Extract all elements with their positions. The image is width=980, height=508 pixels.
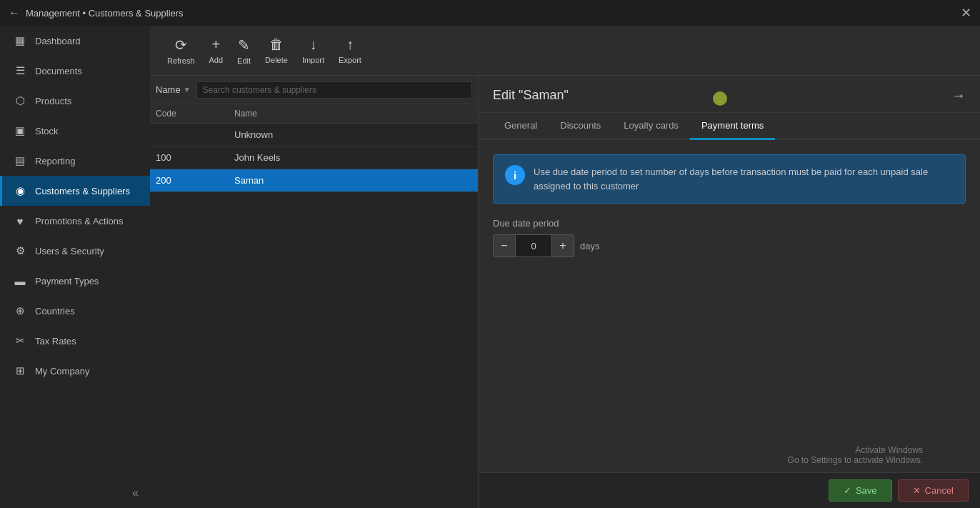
refresh-toolbar-button[interactable]: ⟳Refresh	[161, 34, 201, 68]
edit-panel: Edit "Saman" → GeneralDiscountsLoyalty c…	[479, 76, 980, 508]
cancel-button[interactable]: ✕ Cancel	[898, 479, 969, 502]
split-panel: Name ▼ Code Name Unknown100John Keels200…	[150, 76, 980, 508]
row-code	[156, 129, 234, 140]
list-header: Name ▼	[150, 76, 478, 104]
row-name: Unknown	[234, 129, 472, 140]
due-date-label: Due date period	[493, 218, 966, 229]
decrement-button[interactable]: −	[493, 234, 516, 257]
list-panel: Name ▼ Code Name Unknown100John Keels200…	[150, 76, 479, 508]
table-row[interactable]: 100John Keels	[150, 146, 478, 169]
stock-icon: ▣	[14, 124, 26, 137]
dropdown-icon[interactable]: ▼	[184, 86, 191, 94]
content-area: ⟳Refresh+Add✎Edit🗑Delete↓Import↑Export N…	[150, 26, 980, 508]
row-code: 200	[156, 175, 234, 186]
sidebar-item-customers-suppliers[interactable]: ◉Customers & Suppliers	[0, 176, 150, 206]
titlebar: ← Management • Customers & Suppliers ✕	[0, 0, 980, 26]
tabs: GeneralDiscountsLoyalty cardsPayment ter…	[479, 113, 980, 140]
due-date-input[interactable]	[516, 234, 551, 257]
products-icon: ⬡	[14, 94, 26, 107]
close-icon[interactable]: ✕	[961, 5, 971, 21]
sidebar-label-dashboard: Dashboard	[35, 36, 81, 46]
refresh-toolbar-label: Refresh	[167, 56, 195, 65]
edit-content: i Use due date period to set number of d…	[479, 140, 980, 472]
payment-types-icon: ▬	[14, 274, 26, 287]
add-toolbar-button[interactable]: +Add	[204, 34, 229, 68]
my-company-icon: ⊞	[14, 364, 26, 377]
save-button[interactable]: ✓ Save	[829, 479, 892, 502]
refresh-toolbar-icon: ⟳	[175, 36, 187, 54]
sidebar-label-stock: Stock	[35, 126, 59, 136]
main-layout: ▦Dashboard☰Documents⬡Products▣Stock▤Repo…	[0, 26, 980, 508]
sidebar-item-dashboard[interactable]: ▦Dashboard	[0, 26, 150, 56]
sidebar-label-tax-rates: Tax Rates	[35, 336, 76, 347]
tab-loyalty-cards[interactable]: Loyalty cards	[612, 113, 690, 140]
sidebar-label-countries: Countries	[35, 306, 75, 317]
cancel-label: Cancel	[925, 485, 954, 496]
edit-title: Edit "Saman"	[493, 88, 569, 103]
due-date-unit: days	[580, 241, 599, 251]
sidebar-item-reporting[interactable]: ▤Reporting	[0, 146, 150, 176]
sidebar-label-promotions: Promotions & Actions	[35, 216, 124, 226]
sidebar-collapse-button[interactable]: «	[0, 478, 150, 508]
due-date-stepper: − + days	[493, 234, 966, 257]
delete-toolbar-label: Delete	[265, 56, 288, 64]
export-toolbar-button[interactable]: ↑Export	[333, 34, 367, 68]
edit-header: Edit "Saman" →	[479, 76, 980, 113]
sidebar: ▦Dashboard☰Documents⬡Products▣Stock▤Repo…	[0, 26, 150, 508]
sidebar-item-users-security[interactable]: ⚙Users & Security	[0, 236, 150, 266]
increment-button[interactable]: +	[551, 234, 574, 257]
sidebar-label-products: Products	[35, 96, 71, 106]
delete-toolbar-icon: 🗑	[269, 36, 284, 53]
tab-discounts[interactable]: Discounts	[549, 113, 612, 140]
sidebar-item-tax-rates[interactable]: ✂Tax Rates	[0, 326, 150, 356]
tab-general[interactable]: General	[493, 113, 549, 140]
titlebar-left: ← Management • Customers & Suppliers	[9, 6, 184, 19]
table-row[interactable]: Unknown	[150, 124, 478, 146]
add-toolbar-icon: +	[211, 36, 220, 53]
users-security-icon: ⚙	[14, 244, 26, 257]
next-arrow-icon[interactable]: →	[951, 87, 966, 104]
import-toolbar-button[interactable]: ↓Import	[296, 34, 330, 68]
sidebar-label-users-security: Users & Security	[35, 246, 104, 257]
documents-icon: ☰	[14, 64, 26, 77]
cancel-x-icon: ✕	[913, 485, 921, 496]
tab-payment-terms[interactable]: Payment terms	[690, 113, 775, 140]
sidebar-label-payment-types: Payment Types	[35, 276, 99, 287]
delete-toolbar-button[interactable]: 🗑Delete	[259, 34, 294, 68]
sidebar-item-promotions[interactable]: ♥Promotions & Actions	[0, 206, 150, 236]
back-icon[interactable]: ←	[9, 6, 20, 19]
info-box: i Use due date period to set number of d…	[493, 154, 966, 204]
row-code: 100	[156, 152, 234, 163]
sidebar-label-customers-suppliers: Customers & Suppliers	[35, 186, 130, 196]
sidebar-item-documents[interactable]: ☰Documents	[0, 56, 150, 86]
info-text: Use due date period to set number of day…	[534, 165, 954, 193]
sidebar-item-my-company[interactable]: ⊞My Company	[0, 356, 150, 386]
edit-toolbar-button[interactable]: ✎Edit	[231, 34, 256, 68]
search-input[interactable]	[196, 81, 472, 99]
sidebar-item-payment-types[interactable]: ▬Payment Types	[0, 266, 150, 296]
info-icon: i	[505, 165, 525, 185]
promotions-icon: ♥	[14, 214, 26, 227]
row-name: John Keels	[234, 152, 472, 163]
sidebar-item-products[interactable]: ⬡Products	[0, 86, 150, 116]
sidebar-item-stock[interactable]: ▣Stock	[0, 116, 150, 146]
row-name: Saman	[234, 175, 472, 186]
save-check-icon: ✓	[844, 485, 851, 496]
list-header-title: Name ▼	[156, 84, 191, 95]
edit-toolbar-icon: ✎	[238, 36, 250, 54]
titlebar-title: Management • Customers & Suppliers	[26, 8, 184, 19]
tax-rates-icon: ✂	[14, 334, 26, 347]
export-toolbar-label: Export	[339, 56, 361, 64]
table-rows: Unknown100John Keels200Saman	[150, 124, 478, 508]
table-header: Code Name	[150, 104, 478, 124]
edit-toolbar-label: Edit	[237, 56, 251, 65]
table-row[interactable]: 200Saman	[150, 169, 478, 192]
dashboard-icon: ▦	[14, 34, 26, 47]
sidebar-label-documents: Documents	[35, 66, 82, 76]
toolbar: ⟳Refresh+Add✎Edit🗑Delete↓Import↑Export	[150, 26, 980, 76]
import-toolbar-icon: ↓	[309, 36, 316, 53]
countries-icon: ⊕	[14, 304, 26, 317]
export-toolbar-icon: ↑	[346, 36, 354, 53]
sidebar-label-reporting: Reporting	[35, 156, 75, 166]
sidebar-item-countries[interactable]: ⊕Countries	[0, 296, 150, 326]
